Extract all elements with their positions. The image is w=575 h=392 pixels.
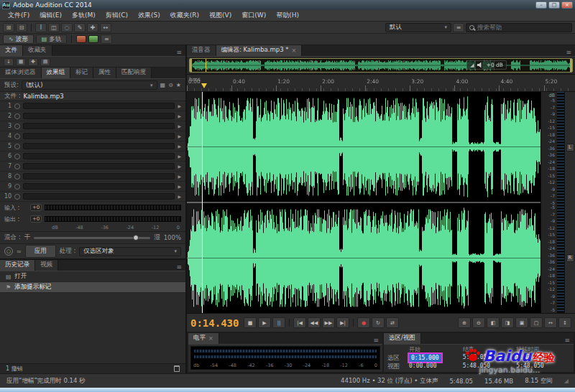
tab-selection-view[interactable]: 选区/视图	[384, 333, 421, 344]
tab-match-loudness[interactable]: 匹配响度	[116, 67, 152, 78]
right-channel-button[interactable]: R	[566, 254, 574, 262]
overview-zoom-box[interactable]	[189, 58, 573, 73]
resize-grip-icon[interactable]: ◢	[564, 378, 569, 384]
tab-markers[interactable]: 标记	[70, 67, 93, 78]
zoom-out-button[interactable]: ⊖	[472, 317, 485, 328]
delete-preset-icon[interactable]: ⊖	[168, 82, 173, 88]
panel-menu-icon[interactable]: ≡	[172, 49, 185, 56]
menu-multitrack[interactable]: 多轨(M)	[67, 11, 101, 20]
slot-field[interactable]	[23, 113, 175, 119]
panel-menu-icon[interactable]: ≡	[561, 337, 574, 344]
menu-file[interactable]: 文件(F)	[3, 11, 34, 20]
menu-favorites[interactable]: 收藏夹(R)	[165, 11, 204, 20]
workspace-menu-icon[interactable]: ≡	[453, 23, 464, 32]
history-item-add-cue[interactable]: ⚑ 添加提示标记	[0, 282, 185, 293]
slot-power-icon[interactable]	[14, 184, 20, 190]
history-item-open[interactable]: ▤ 打开	[0, 271, 185, 282]
tab-effects-rack[interactable]: 效果组	[42, 67, 71, 78]
spot-healing-tool-icon[interactable]: ✚	[87, 23, 98, 32]
waveform-mode-button[interactable]: ∿ 波形	[3, 34, 34, 44]
rewind-button[interactable]: ◀◀	[308, 317, 321, 328]
slot-menu-arrow-icon[interactable]: ▶	[178, 123, 181, 129]
show-spectral-display-button[interactable]	[76, 35, 86, 43]
marquee-selection-tool-icon[interactable]: ◫	[48, 23, 60, 32]
workspace-grid-icon[interactable]: ⊞	[3, 23, 14, 32]
panel-menu-icon[interactable]: ≡	[369, 337, 382, 344]
trash-icon[interactable]	[174, 365, 180, 372]
vertical-zoom-button[interactable]: ↕	[558, 317, 571, 328]
menu-window[interactable]: 窗口(W)	[236, 11, 271, 20]
slot-power-icon[interactable]	[14, 113, 20, 119]
time-display[interactable]: 0:14.430	[190, 317, 242, 329]
zoom-in-left-edge-button[interactable]: ◧	[487, 317, 500, 328]
output-gain-value[interactable]: +0	[30, 215, 42, 223]
slot-field[interactable]	[23, 143, 175, 149]
fast-forward-button[interactable]: ▶▶	[322, 317, 335, 328]
slot-field[interactable]	[23, 193, 175, 200]
favorite-preset-icon[interactable]: ★	[176, 82, 181, 88]
tab-levels[interactable]: 电平 ×	[188, 333, 219, 344]
effect-slot[interactable]: 5▶	[0, 141, 185, 151]
effect-slot[interactable]: 3▶	[0, 121, 185, 131]
rack-settings-icon[interactable]: ≈	[17, 248, 22, 255]
slot-power-icon[interactable]	[14, 103, 20, 109]
add-file-icon[interactable]: ✚	[28, 58, 38, 66]
tab-editor[interactable]: 编辑器: Kalimba.mp3 * ×	[216, 45, 303, 56]
overview-waveform[interactable]	[190, 59, 572, 72]
display-menu-icon[interactable]: ≡	[101, 34, 112, 44]
slot-menu-arrow-icon[interactable]: ▶	[178, 113, 181, 118]
stop-button[interactable]: ■	[244, 317, 257, 328]
tab-media-browser[interactable]: 媒体浏览器	[0, 67, 42, 78]
apply-button[interactable]: 应用	[25, 245, 56, 258]
effect-slot[interactable]: 7▶	[0, 162, 185, 172]
effect-slot[interactable]: 2▶	[0, 111, 185, 121]
menu-help[interactable]: 帮助(H)	[271, 11, 304, 20]
help-search-box[interactable]	[466, 23, 572, 32]
multitrack-mode-button[interactable]: ▤ 多轨	[36, 34, 68, 44]
menu-view[interactable]: 视图(V)	[204, 11, 236, 20]
lasso-selection-tool-icon[interactable]: ◌	[61, 23, 73, 32]
show-waveform-display-button[interactable]	[88, 35, 98, 43]
panel-menu-icon[interactable]: ≡	[562, 49, 575, 56]
media-icon[interactable]: ▤	[40, 58, 50, 66]
slot-power-icon[interactable]	[14, 144, 20, 149]
loop-playback-button[interactable]: ↻	[372, 317, 385, 328]
rack-power-icon[interactable]: ○	[4, 247, 13, 256]
slot-power-icon[interactable]	[14, 164, 20, 169]
effect-slot[interactable]: 1▶	[0, 101, 185, 111]
zoom-in-right-edge-button[interactable]: ◨	[501, 317, 514, 328]
timeline-ruler[interactable]: hms 0:000:401:202:002:403:204:004:405:20	[187, 74, 575, 92]
slot-menu-arrow-icon[interactable]: ▶	[178, 134, 181, 139]
tab-files[interactable]: 文件	[0, 45, 23, 56]
tab-properties[interactable]: 属性	[93, 67, 116, 78]
record-button[interactable]: ●	[357, 317, 370, 328]
move-to-next-button[interactable]: ▶|	[336, 317, 349, 328]
zoom-full-button[interactable]: ▢	[530, 317, 543, 328]
effect-slot[interactable]: 8▶	[0, 172, 185, 182]
move-to-previous-button[interactable]: |◀	[293, 317, 306, 328]
workspace-dropdown[interactable]: 默认 ▾	[385, 23, 451, 32]
slot-power-icon[interactable]	[14, 154, 20, 159]
horizontal-zoom-button[interactable]: ↔	[544, 317, 557, 328]
tab-favorites[interactable]: 收藏夹	[23, 45, 52, 56]
effect-slot[interactable]: 10▶	[0, 192, 185, 202]
search-input[interactable]	[477, 24, 569, 31]
overview-right-handle[interactable]	[570, 59, 572, 72]
paintbrush-tool-icon[interactable]: ✎	[74, 23, 86, 32]
process-dropdown[interactable]: 仅选区对象 ▾	[79, 247, 181, 256]
playhead-caret-icon[interactable]	[201, 83, 207, 91]
workspace-grid2-icon[interactable]: ⊟	[16, 23, 27, 32]
hud-volume-control[interactable]: ◢ +0 dB	[466, 60, 507, 70]
hud-gain-value[interactable]: +0 dB	[487, 62, 503, 68]
waveform-display[interactable]	[187, 92, 540, 313]
slot-power-icon[interactable]	[14, 134, 20, 139]
slot-power-icon[interactable]	[14, 123, 20, 129]
left-channel-button[interactable]: L	[566, 144, 574, 151]
save-preset-icon[interactable]: ▦	[160, 82, 166, 88]
slot-field[interactable]	[23, 183, 175, 190]
playhead-line[interactable]	[202, 92, 203, 313]
panel-menu-icon[interactable]: ≡	[172, 263, 185, 271]
wet-value[interactable]: 100%	[164, 234, 181, 241]
import-file-icon[interactable]: ↓	[4, 58, 14, 66]
selection-start-field[interactable]: 0:15.000	[409, 354, 441, 362]
